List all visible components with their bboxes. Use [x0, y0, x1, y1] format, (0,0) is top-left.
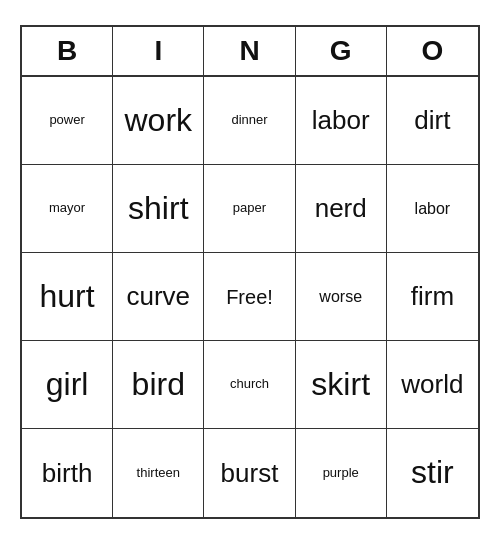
bingo-card: BINGO powerworkdinnerlabordirtmayorshirt…: [20, 25, 480, 519]
cell-text: church: [230, 377, 269, 391]
header-letter: B: [22, 27, 113, 75]
header-letter: O: [387, 27, 478, 75]
cell-text: dirt: [414, 106, 450, 135]
cell-text: paper: [233, 201, 266, 215]
bingo-cell: stir: [387, 429, 478, 517]
bingo-cell: labor: [296, 77, 387, 165]
cell-text: girl: [46, 367, 89, 402]
header-letter: N: [204, 27, 295, 75]
bingo-cell: burst: [204, 429, 295, 517]
bingo-cell: worse: [296, 253, 387, 341]
cell-text: shirt: [128, 191, 188, 226]
cell-text: hurt: [40, 279, 95, 314]
cell-text: firm: [411, 282, 454, 311]
bingo-cell: shirt: [113, 165, 204, 253]
cell-text: work: [125, 103, 193, 138]
bingo-cell: mayor: [22, 165, 113, 253]
bingo-cell: bird: [113, 341, 204, 429]
cell-text: mayor: [49, 201, 85, 215]
cell-text: Free!: [226, 286, 273, 308]
cell-text: birth: [42, 459, 93, 488]
cell-text: power: [49, 113, 84, 127]
bingo-cell: girl: [22, 341, 113, 429]
bingo-cell: birth: [22, 429, 113, 517]
bingo-cell: dirt: [387, 77, 478, 165]
cell-text: world: [401, 370, 463, 399]
cell-text: labor: [312, 106, 370, 135]
bingo-cell: firm: [387, 253, 478, 341]
cell-text: nerd: [315, 194, 367, 223]
cell-text: curve: [127, 282, 191, 311]
bingo-cell: work: [113, 77, 204, 165]
cell-text: bird: [132, 367, 185, 402]
cell-text: labor: [415, 200, 451, 218]
cell-text: skirt: [311, 367, 370, 402]
cell-text: thirteen: [137, 466, 180, 480]
cell-text: worse: [319, 288, 362, 306]
cell-text: purple: [323, 466, 359, 480]
bingo-cell: paper: [204, 165, 295, 253]
bingo-cell: purple: [296, 429, 387, 517]
header-letter: G: [296, 27, 387, 75]
bingo-cell: world: [387, 341, 478, 429]
bingo-grid: powerworkdinnerlabordirtmayorshirtpapern…: [22, 77, 478, 517]
bingo-cell: thirteen: [113, 429, 204, 517]
bingo-cell: labor: [387, 165, 478, 253]
bingo-cell: Free!: [204, 253, 295, 341]
bingo-header: BINGO: [22, 27, 478, 77]
cell-text: burst: [221, 459, 279, 488]
bingo-cell: hurt: [22, 253, 113, 341]
cell-text: stir: [411, 455, 454, 490]
bingo-cell: skirt: [296, 341, 387, 429]
bingo-cell: nerd: [296, 165, 387, 253]
bingo-cell: curve: [113, 253, 204, 341]
header-letter: I: [113, 27, 204, 75]
cell-text: dinner: [231, 113, 267, 127]
bingo-cell: power: [22, 77, 113, 165]
bingo-cell: dinner: [204, 77, 295, 165]
bingo-cell: church: [204, 341, 295, 429]
